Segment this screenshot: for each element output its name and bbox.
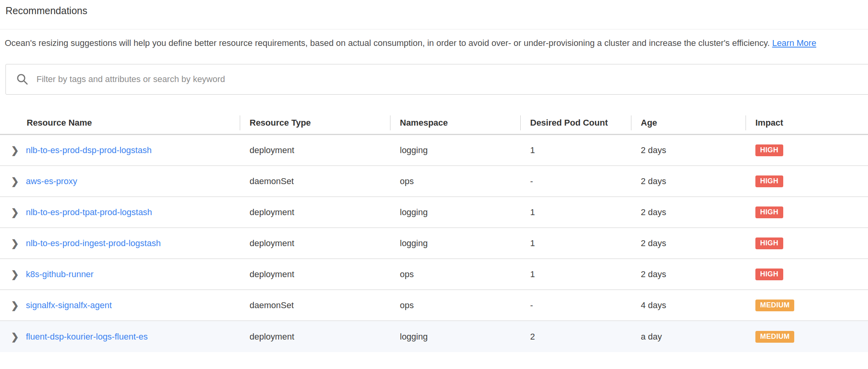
table-row[interactable]: ❯ signalfx-signalfx-agent daemonSet ops … [0, 290, 868, 321]
impact-cell: MEDIUM [746, 331, 868, 343]
age-cell: 2 days [631, 269, 746, 279]
expand-row-button[interactable]: ❯ [11, 269, 21, 280]
expand-row-button[interactable]: ❯ [11, 331, 21, 343]
impact-badge: HIGH [755, 269, 783, 280]
table-row[interactable]: ❯ fluent-dsp-kourier-logs-fluent-es depl… [0, 321, 868, 352]
column-header-namespace[interactable]: Namespace [390, 111, 520, 134]
resource-name-cell: ❯ fluent-dsp-kourier-logs-fluent-es [0, 331, 240, 343]
namespace-cell: logging [390, 207, 520, 217]
namespace-cell: ops [390, 269, 520, 279]
impact-badge: MEDIUM [755, 331, 794, 343]
table-header-row: Resource Name Resource Type Namespace De… [0, 111, 868, 135]
impact-badge: HIGH [755, 237, 783, 249]
search-input[interactable] [36, 74, 868, 84]
impact-badge: MEDIUM [755, 300, 794, 311]
age-cell: 2 days [631, 145, 746, 155]
search-icon [16, 73, 29, 86]
namespace-cell: logging [390, 332, 520, 342]
age-cell: 2 days [631, 176, 746, 186]
resource-type-cell: daemonSet [240, 176, 390, 186]
filter-search-box[interactable] [5, 64, 868, 95]
desired-pod-count-cell: 1 [520, 145, 631, 155]
chevron-right-icon: ❯ [11, 269, 19, 279]
impact-badge: HIGH [755, 144, 783, 156]
age-cell: 4 days [631, 300, 746, 311]
table-row[interactable]: ❯ nlb-to-es-prod-tpat-prod-logstash depl… [0, 197, 868, 228]
resource-name-link[interactable]: nlb-to-es-prod-ingest-prod-logstash [26, 238, 161, 248]
chevron-right-icon: ❯ [11, 238, 19, 248]
column-header-desired-pod-count[interactable]: Desired Pod Count [520, 111, 631, 134]
desired-pod-count-cell: 1 [520, 207, 631, 217]
resource-name-cell: ❯ aws-es-proxy [0, 175, 240, 187]
impact-cell: HIGH [746, 175, 868, 187]
column-header-resource-name[interactable]: Resource Name [0, 111, 240, 134]
resource-type-cell: deployment [240, 145, 390, 155]
impact-badge: HIGH [755, 175, 783, 187]
resource-name-link[interactable]: signalfx-signalfx-agent [26, 300, 112, 311]
page-description: Ocean's resizing suggestions will help y… [5, 36, 863, 51]
table-row[interactable]: ❯ nlb-to-es-prod-ingest-prod-logstash de… [0, 228, 868, 259]
age-cell: a day [631, 332, 746, 342]
desired-pod-count-cell: 2 [520, 332, 631, 342]
resource-name-link[interactable]: nlb-to-es-prod-dsp-prod-logstash [26, 145, 151, 155]
resource-name-cell: ❯ k8s-github-runner [0, 269, 240, 280]
resource-name-link[interactable]: fluent-dsp-kourier-logs-fluent-es [26, 332, 148, 342]
impact-cell: HIGH [746, 237, 868, 249]
resource-name-link[interactable]: nlb-to-es-prod-tpat-prod-logstash [26, 207, 152, 217]
table-row[interactable]: ❯ k8s-github-runner deployment ops 1 2 d… [0, 259, 868, 290]
age-cell: 2 days [631, 207, 746, 217]
column-header-age[interactable]: Age [631, 111, 746, 134]
namespace-cell: ops [390, 300, 520, 311]
description-text: Ocean's resizing suggestions will help y… [5, 38, 770, 48]
age-cell: 2 days [631, 238, 746, 248]
page-title: Recommendations [0, 0, 868, 16]
column-header-resource-type[interactable]: Resource Type [240, 111, 390, 134]
namespace-cell: logging [390, 238, 520, 248]
table-body: ❯ nlb-to-es-prod-dsp-prod-logstash deplo… [0, 135, 868, 352]
column-header-impact[interactable]: Impact [746, 111, 868, 134]
chevron-right-icon: ❯ [11, 145, 19, 155]
expand-row-button[interactable]: ❯ [11, 175, 21, 187]
chevron-right-icon: ❯ [11, 176, 19, 186]
chevron-right-icon: ❯ [11, 207, 19, 217]
expand-row-button[interactable]: ❯ [11, 300, 21, 311]
impact-cell: HIGH [746, 269, 868, 280]
resource-name-link[interactable]: k8s-github-runner [26, 269, 93, 279]
namespace-cell: logging [390, 145, 520, 155]
resource-name-cell: ❯ nlb-to-es-prod-dsp-prod-logstash [0, 144, 240, 156]
expand-row-button[interactable]: ❯ [11, 206, 21, 218]
resource-name-cell: ❯ nlb-to-es-prod-ingest-prod-logstash [0, 237, 240, 249]
resource-name-link[interactable]: aws-es-proxy [26, 176, 77, 186]
table-row[interactable]: ❯ nlb-to-es-prod-dsp-prod-logstash deplo… [0, 135, 868, 166]
impact-badge: HIGH [755, 206, 783, 218]
desired-pod-count-cell: - [520, 300, 631, 311]
desired-pod-count-cell: - [520, 176, 631, 186]
expand-row-button[interactable]: ❯ [11, 237, 21, 249]
desired-pod-count-cell: 1 [520, 238, 631, 248]
impact-cell: MEDIUM [746, 300, 868, 311]
resource-type-cell: deployment [240, 207, 390, 217]
resource-type-cell: deployment [240, 238, 390, 248]
recommendations-page: Recommendations Ocean's resizing suggest… [0, 0, 868, 369]
recommendations-table: Resource Name Resource Type Namespace De… [0, 111, 868, 352]
impact-cell: HIGH [746, 206, 868, 218]
resource-type-cell: daemonSet [240, 300, 390, 311]
resource-name-cell: ❯ signalfx-signalfx-agent [0, 300, 240, 311]
chevron-right-icon: ❯ [11, 300, 19, 311]
resource-type-cell: deployment [240, 332, 390, 342]
desired-pod-count-cell: 1 [520, 269, 631, 279]
chevron-right-icon: ❯ [11, 331, 19, 342]
learn-more-link[interactable]: Learn More [772, 38, 817, 48]
impact-cell: HIGH [746, 144, 868, 156]
resource-type-cell: deployment [240, 269, 390, 279]
expand-row-button[interactable]: ❯ [11, 144, 21, 156]
table-row[interactable]: ❯ aws-es-proxy daemonSet ops - 2 days HI… [0, 166, 868, 197]
title-divider [0, 29, 868, 29]
resource-name-cell: ❯ nlb-to-es-prod-tpat-prod-logstash [0, 206, 240, 218]
namespace-cell: ops [390, 176, 520, 186]
